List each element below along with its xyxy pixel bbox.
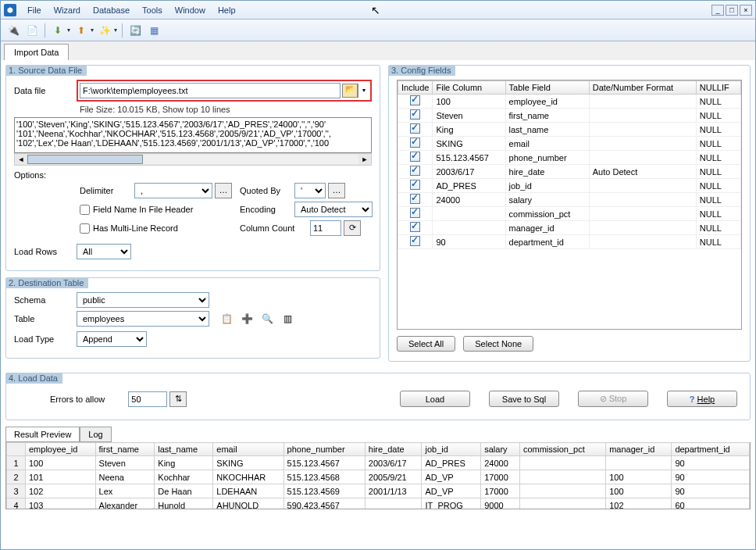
select-all-button[interactable]: Select All <box>397 336 455 352</box>
format-cell[interactable] <box>589 109 696 123</box>
result-cell[interactable]: 100 <box>606 470 672 484</box>
loadtype-select[interactable]: Append <box>77 331 147 347</box>
file-col-cell[interactable]: 2003/6/17 <box>433 165 505 179</box>
result-cell[interactable]: 17000 <box>481 484 520 498</box>
col-nullif[interactable]: NULLIF <box>696 81 740 95</box>
result-cell[interactable]: AD_PRES <box>422 456 481 470</box>
include-checkbox[interactable] <box>410 95 420 105</box>
scroll-left[interactable]: ◄ <box>15 155 27 163</box>
result-cell[interactable]: 2001/1/13 <box>365 484 422 498</box>
tab-log[interactable]: Log <box>80 427 111 442</box>
browse-file-button[interactable]: 📂 <box>342 84 358 98</box>
scroll-thumb[interactable] <box>27 155 143 164</box>
include-checkbox[interactable] <box>410 138 420 148</box>
table-select[interactable]: employees <box>77 311 209 327</box>
format-cell[interactable] <box>589 95 696 109</box>
nullif-cell[interactable]: NULL <box>696 193 740 207</box>
menu-database[interactable]: Database <box>87 4 136 16</box>
result-cell[interactable]: IT_PROG <box>422 498 481 510</box>
nullif-cell[interactable]: NULL <box>696 95 740 109</box>
new-connection-icon[interactable]: 🔌 <box>5 23 21 38</box>
import-icon[interactable]: ⬇ <box>50 23 66 38</box>
result-header[interactable]: employee_id <box>26 443 96 456</box>
result-cell[interactable]: 102 <box>26 484 96 498</box>
result-header[interactable]: last_name <box>155 443 213 456</box>
help-button[interactable]: ? Help <box>667 391 737 407</box>
config-row[interactable]: 515.123.4567 phone_number NULL <box>398 151 741 165</box>
config-row[interactable]: 2003/6/17 hire_date Auto Detect NULL <box>398 165 741 179</box>
include-checkbox[interactable] <box>410 109 420 120</box>
table-field-cell[interactable]: phone_number <box>505 151 589 165</box>
table-field-cell[interactable]: commission_pct <box>505 207 589 221</box>
config-row[interactable]: Steven first_name NULL <box>398 109 741 123</box>
result-header[interactable]: first_name <box>95 443 155 456</box>
wizard-icon[interactable]: ✨ <box>97 23 112 38</box>
result-cell[interactable]: 102 <box>606 498 672 510</box>
result-cell[interactable]: 2003/6/17 <box>365 456 422 470</box>
table-field-cell[interactable]: department_id <box>505 235 589 249</box>
result-cell[interactable]: 60 <box>672 498 750 510</box>
result-cell[interactable] <box>519 470 605 484</box>
menu-help[interactable]: Help <box>212 4 242 16</box>
include-checkbox[interactable] <box>410 166 420 176</box>
config-row[interactable]: 100 employee_id NULL <box>398 95 741 109</box>
result-header[interactable]: phone_number <box>284 443 365 456</box>
view-table-icon[interactable]: 🔍 <box>259 311 275 327</box>
result-cell[interactable]: 9000 <box>481 498 520 510</box>
table-field-cell[interactable]: hire_date <box>505 165 589 179</box>
result-cell[interactable]: 101 <box>26 470 96 484</box>
file-col-cell[interactable]: 100 <box>433 95 505 109</box>
result-header[interactable]: email <box>213 443 284 456</box>
errors-input[interactable] <box>128 391 167 407</box>
result-header[interactable]: department_id <box>672 443 750 456</box>
result-header[interactable]: hire_date <box>365 443 422 456</box>
format-cell[interactable] <box>589 193 696 207</box>
table-field-cell[interactable]: email <box>505 137 589 151</box>
format-cell[interactable] <box>589 151 696 165</box>
result-cell[interactable]: Hunold <box>155 498 213 510</box>
nullif-cell[interactable]: NULL <box>696 151 740 165</box>
new-table-icon[interactable]: ➕ <box>239 311 255 327</box>
format-cell[interactable] <box>589 123 696 137</box>
result-row[interactable]: 4103AlexanderHunoldAHUNOLD590.423.4567IT… <box>7 498 750 510</box>
result-cell[interactable]: 515.123.4567 <box>284 456 365 470</box>
include-checkbox[interactable] <box>410 208 420 218</box>
import-dropdown[interactable]: ▾ <box>67 27 70 34</box>
col-filecol[interactable]: File Column <box>433 81 505 95</box>
nullif-cell[interactable]: NULL <box>696 109 740 123</box>
result-cell[interactable]: AD_VP <box>422 484 481 498</box>
file-col-cell[interactable] <box>433 221 505 235</box>
tab-result-preview[interactable]: Result Preview <box>5 427 80 442</box>
result-cell[interactable] <box>365 498 422 510</box>
select-none-button[interactable]: Select None <box>463 336 533 352</box>
include-checkbox[interactable] <box>410 194 420 204</box>
result-cell[interactable]: Alexander <box>95 498 155 510</box>
result-cell[interactable]: 100 <box>606 484 672 498</box>
result-row[interactable]: 3102LexDe HaanLDEHAAN515.123.45692001/1/… <box>7 484 750 498</box>
result-cell[interactable]: NKOCHHAR <box>213 470 284 484</box>
result-cell[interactable]: 2005/9/21 <box>365 470 422 484</box>
refresh-icon[interactable]: 🔄 <box>127 23 143 38</box>
file-col-cell[interactable]: AD_PRES <box>433 179 505 193</box>
result-row[interactable]: 1100StevenKingSKING515.123.45672003/6/17… <box>7 456 750 470</box>
result-cell[interactable]: 90 <box>672 456 750 470</box>
format-cell[interactable] <box>589 221 696 235</box>
result-cell[interactable]: 90 <box>672 470 750 484</box>
config-row[interactable]: manager_id NULL <box>398 221 741 235</box>
result-cell[interactable]: 100 <box>26 456 96 470</box>
delimiter-more-button[interactable]: … <box>215 183 232 198</box>
result-cell[interactable]: Neena <box>95 470 155 484</box>
col-format[interactable]: Date/Number Format <box>589 81 696 95</box>
table-field-cell[interactable]: job_id <box>505 179 589 193</box>
file-col-cell[interactable]: Steven <box>433 109 505 123</box>
result-cell[interactable] <box>519 456 605 470</box>
result-cell[interactable]: Steven <box>95 456 155 470</box>
result-cell[interactable]: 515.123.4569 <box>284 484 365 498</box>
new-query-icon[interactable]: 📄 <box>24 23 40 38</box>
config-row[interactable]: SKING email NULL <box>398 137 741 151</box>
scroll-right[interactable]: ► <box>358 155 371 163</box>
format-cell[interactable] <box>589 179 696 193</box>
colcount-input[interactable] <box>310 220 341 236</box>
delimiter-select[interactable]: , <box>134 183 212 198</box>
export-dropdown[interactable]: ▾ <box>91 27 94 34</box>
